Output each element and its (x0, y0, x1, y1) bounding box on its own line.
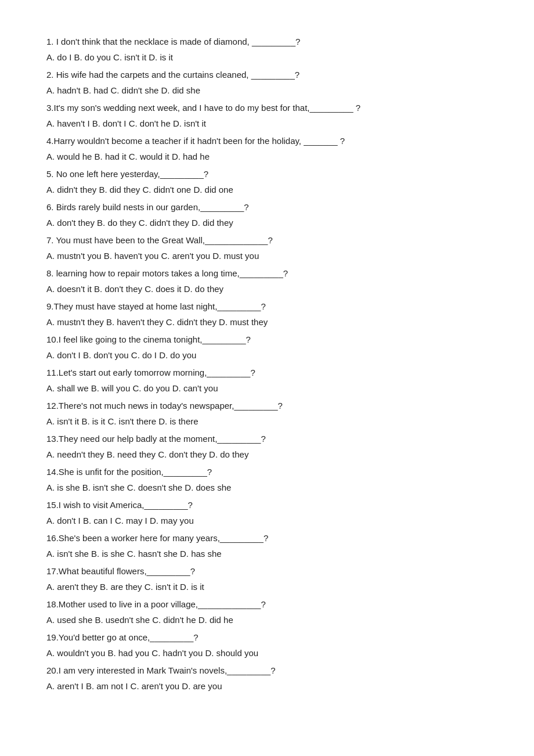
question-block-12: 12.There's not much news in today's news… (46, 399, 488, 429)
question-block-18: 18.Mother used to live in a poor village… (46, 597, 488, 627)
question-text-8: 8. learning how to repair motors takes a… (46, 267, 488, 280)
question-text-13: 13.They need our help badly at the momen… (46, 432, 488, 446)
question-block-9: 9.They must have stayed at home last nig… (46, 300, 488, 329)
question-text-11: 11.Let's start out early tomorrow mornin… (46, 366, 488, 380)
question-block-3: 3.It's my son's wedding next week, and I… (46, 101, 488, 131)
question-text-10: 10.I feel like going to the cinema tonig… (46, 333, 488, 347)
options-text-11: A. shall we B. will you C. do you D. can… (46, 381, 488, 395)
question-text-9: 9.They must have stayed at home last nig… (46, 300, 488, 314)
options-text-2: A. hadn't B. had C. didn't she D. did sh… (46, 84, 488, 98)
question-text-6: 6. Birds rarely build nests in our garde… (46, 200, 488, 214)
options-text-13: A. needn't they B. need they C. don't th… (46, 448, 488, 462)
question-block-2: 2. His wife had the carpets and the curt… (46, 68, 488, 98)
question-text-15: 15.I wish to visit America,_________? (46, 498, 488, 512)
question-block-15: 15.I wish to visit America,_________?A. … (46, 498, 488, 528)
question-text-2: 2. His wife had the carpets and the curt… (46, 68, 488, 82)
question-block-1: 1. I don't think that the necklace is ma… (46, 35, 488, 64)
question-block-19: 19.You'd better go at once,_________?A. … (46, 631, 488, 660)
question-block-13: 13.They need our help badly at the momen… (46, 432, 488, 462)
options-text-18: A. used she B. usedn't she C. didn't he … (46, 613, 488, 627)
options-text-12: A. isn't it B. is it C. isn't there D. i… (46, 415, 488, 429)
options-text-4: A. would he B. had it C. would it D. had… (46, 150, 488, 164)
options-text-19: A. wouldn't you B. had you C. hadn't you… (46, 646, 488, 660)
options-text-8: A. doesn't it B. don't they C. does it D… (46, 282, 488, 296)
question-block-4: 4.Harry wouldn't become a teacher if it … (46, 134, 488, 164)
options-text-14: A. is she B. isn't she C. doesn't she D.… (46, 481, 488, 495)
question-text-19: 19.You'd better go at once,_________? (46, 631, 488, 645)
question-block-16: 16.She's been a worker here for many yea… (46, 531, 488, 561)
options-text-1: A. do I B. do you C. isn't it D. is it (46, 51, 488, 64)
options-text-10: A. don't I B. don't you C. do I D. do yo… (46, 348, 488, 362)
question-block-14: 14.She is unfit for the position,_______… (46, 465, 488, 495)
options-text-17: A. aren't they B. are they C. isn't it D… (46, 580, 488, 594)
options-text-20: A. aren't I B. am not I C. aren't you D.… (46, 679, 488, 693)
options-text-15: A. don't I B. can I C. may I D. may you (46, 514, 488, 528)
question-block-7: 7. You must have been to the Great Wall,… (46, 233, 488, 263)
question-text-7: 7. You must have been to the Great Wall,… (46, 233, 488, 247)
options-text-16: A. isn't she B. is she C. hasn't she D. … (46, 547, 488, 561)
question-text-3: 3.It's my son's wedding next week, and I… (46, 101, 488, 115)
options-text-5: A. didn't they B. did they C. didn't one… (46, 183, 488, 197)
options-text-6: A. don't they B. do they C. didn't they … (46, 216, 488, 230)
options-text-3: A. haven't I B. don't I C. don't he D. i… (46, 117, 488, 131)
question-block-10: 10.I feel like going to the cinema tonig… (46, 333, 488, 362)
question-block-17: 17.What beautiful flowers,_________?A. a… (46, 564, 488, 594)
question-text-17: 17.What beautiful flowers,_________? (46, 564, 488, 578)
question-text-20: 20.I am very interested in Mark Twain's … (46, 664, 488, 678)
question-block-8: 8. learning how to repair motors takes a… (46, 267, 488, 296)
question-block-20: 20.I am very interested in Mark Twain's … (46, 664, 488, 693)
question-text-16: 16.She's been a worker here for many yea… (46, 531, 488, 545)
question-block-6: 6. Birds rarely build nests in our garde… (46, 200, 488, 230)
question-text-12: 12.There's not much news in today's news… (46, 399, 488, 413)
question-text-1: 1. I don't think that the necklace is ma… (46, 35, 488, 49)
question-text-4: 4.Harry wouldn't become a teacher if it … (46, 134, 488, 148)
question-text-14: 14.She is unfit for the position,_______… (46, 465, 488, 479)
options-text-7: A. mustn't you B. haven't you C. aren't … (46, 249, 488, 263)
question-block-5: 5. No one left here yesterday,_________?… (46, 167, 488, 197)
question-text-18: 18.Mother used to live in a poor village… (46, 597, 488, 611)
question-text-5: 5. No one left here yesterday,_________? (46, 167, 488, 181)
content: 1. I don't think that the necklace is ma… (46, 35, 488, 693)
options-text-9: A. mustn't they B. haven't they C. didn'… (46, 315, 488, 329)
question-block-11: 11.Let's start out early tomorrow mornin… (46, 366, 488, 395)
